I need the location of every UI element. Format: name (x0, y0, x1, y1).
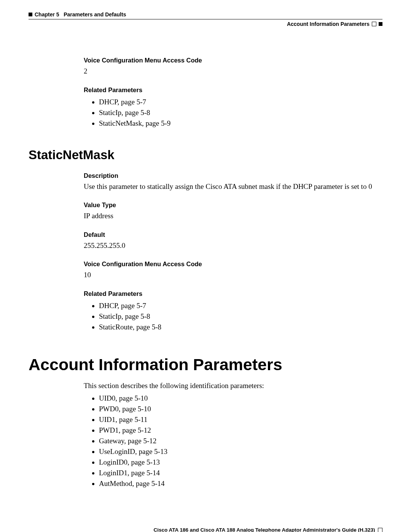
related-params-label: Related Parameters (84, 86, 382, 94)
account-info-heading: Account Information Parameters (29, 355, 382, 374)
list-item: UID1, page 5-11 (99, 414, 382, 425)
staticnetmask-heading: StaticNetMask (29, 148, 382, 162)
bullet-icon (29, 13, 32, 16)
list-item: UID0, page 5-10 (99, 393, 382, 404)
value-type-label: Value Type (84, 201, 382, 209)
section-header: Account Information Parameters (29, 21, 382, 27)
list-item: DHCP, page 5-7 (99, 300, 382, 311)
description-value: Use this parameter to statically assign … (84, 182, 382, 192)
list-item: StaticNetMask, page 5-9 (99, 118, 382, 129)
chapter-label: Chapter 5 Parameters and Defaults (35, 11, 126, 18)
list-item: PWD0, page 5-10 (99, 404, 382, 414)
header-bar: Chapter 5 Parameters and Defaults (29, 11, 382, 18)
section-title: Account Information Parameters (287, 21, 370, 27)
list-item: StaticIp, page 5-8 (99, 311, 382, 322)
bullet-icon (379, 22, 382, 26)
list-item: Gateway, page 5-12 (99, 436, 382, 446)
voice-code-label: Voice Configuration Menu Access Code (84, 57, 382, 64)
related-params-list-2: DHCP, page 5-7 StaticIp, page 5-8 Static… (84, 300, 382, 332)
default-value: 255.255.255.0 (84, 241, 382, 251)
voice-code-label-2: Voice Configuration Menu Access Code (84, 260, 382, 268)
default-label: Default (84, 231, 382, 238)
bullet-outline-icon (372, 22, 376, 26)
related-params-label-2: Related Parameters (84, 290, 382, 297)
voice-code-value: 2 (84, 66, 382, 77)
list-item: LoginID1, page 5-14 (99, 468, 382, 478)
voice-code-value-2: 10 (84, 270, 382, 280)
account-info-list: UID0, page 5-10 PWD0, page 5-10 UID1, pa… (84, 393, 382, 489)
list-item: UseLoginID, page 5-13 (99, 446, 382, 457)
list-item: StaticIp, page 5-8 (99, 107, 382, 118)
footer-guide: Cisco ATA 186 and Cisco ATA 188 Analog T… (29, 527, 382, 532)
footer: Cisco ATA 186 and Cisco ATA 188 Analog T… (29, 527, 382, 532)
list-item: StaticRoute, page 5-8 (99, 322, 382, 332)
account-info-intro: This section describes the following ide… (84, 382, 382, 390)
description-label: Description (84, 172, 382, 179)
related-params-list: DHCP, page 5-7 StaticIp, page 5-8 Static… (84, 97, 382, 129)
list-item: PWD1, page 5-12 (99, 425, 382, 436)
list-item: AutMethod, page 5-14 (99, 478, 382, 489)
value-type-value: IP address (84, 211, 382, 221)
list-item: LoginID0, page 5-13 (99, 457, 382, 468)
list-item: DHCP, page 5-7 (99, 97, 382, 107)
